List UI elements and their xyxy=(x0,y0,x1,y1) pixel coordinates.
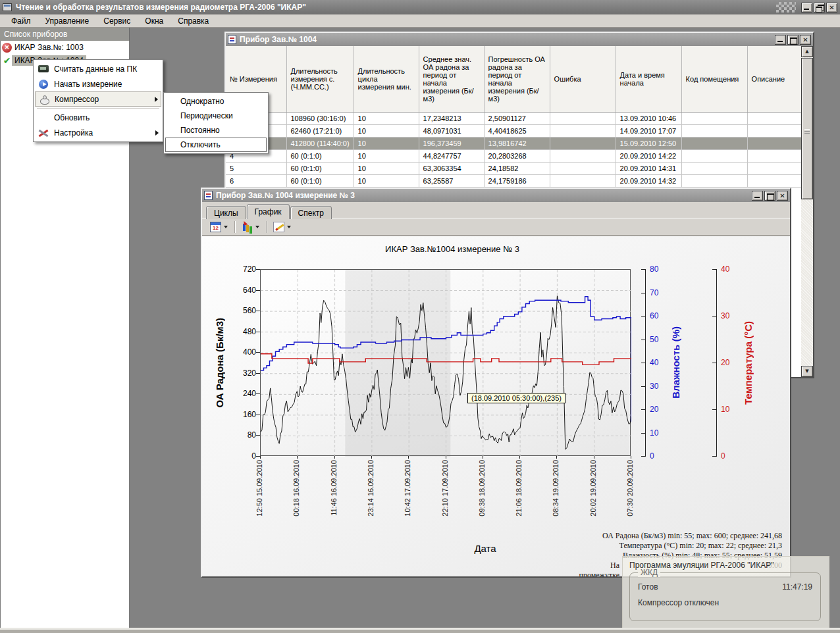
menubar-item-1[interactable]: Управление xyxy=(38,15,97,27)
context-menu-item[interactable]: Компрессор xyxy=(35,91,161,107)
y-axis-tick-mark xyxy=(256,373,260,374)
main-title: Чтение и обработка результатов измерения… xyxy=(16,3,306,12)
chart-title: ИКАР Зав.№1004 измерение № 3 xyxy=(202,244,702,254)
y-axis-tick-label: 240 xyxy=(228,389,256,398)
column-header[interactable]: Код помещения xyxy=(681,46,747,112)
x-axis-tick-label-text: 23:14 16.09.2010 xyxy=(367,460,375,517)
table-cell: 48,0971031 xyxy=(419,124,484,137)
dropdown-arrow-icon[interactable] xyxy=(255,226,259,228)
table-cell: 14.09.2010 17:07 xyxy=(616,124,681,137)
compressor-submenu: ОднократноПериодическиПостоянноОтключить xyxy=(163,92,269,154)
table-row[interactable]: 460 (0:1:0)1044,824775720,280326820.09.2… xyxy=(226,149,802,162)
y-axis-tick-label: 160 xyxy=(228,410,256,419)
app-window: Чтение и обработка результатов измерения… xyxy=(0,0,840,633)
table-scrollbar[interactable]: ▲ ▼ xyxy=(801,46,813,377)
table-cell: 20.09.2010 14:22 xyxy=(616,149,681,162)
column-header[interactable]: Описание xyxy=(747,46,802,112)
humidity-tick-mark xyxy=(641,316,645,316)
y-axis-tick-label: 0 xyxy=(228,451,256,461)
dropdown-arrow-icon[interactable] xyxy=(287,226,291,228)
x-axis-tick-mark xyxy=(446,456,446,459)
context-menu-item[interactable]: Настройка xyxy=(35,125,161,140)
scroll-thumb[interactable] xyxy=(801,58,813,199)
chart-plot[interactable] xyxy=(260,269,631,456)
measurement-window: Прибор Зав.№ 1004 измерение № 3 ✕ ЦиклыГ… xyxy=(201,188,791,578)
table-row[interactable]: 660 (0:1:0)1063,2558724,175918620.09.201… xyxy=(226,174,802,187)
x-axis-tick-label-text: 07:30 20.09.2010 xyxy=(626,460,634,517)
error-status-icon xyxy=(2,43,12,53)
menubar-item-0[interactable]: Файл xyxy=(4,15,38,27)
column-header[interactable]: Ошибка xyxy=(550,46,616,112)
device-context-menu: Считать данные на ПКНачать измерениеКомп… xyxy=(33,59,163,142)
toolbar-button-edit[interactable] xyxy=(271,220,294,234)
table-cell xyxy=(550,162,616,174)
table-cell xyxy=(681,149,747,162)
measurement-maximize-button[interactable] xyxy=(764,191,775,201)
table-row[interactable]: 1108960 (30:16:0)1017,23482132,509011271… xyxy=(226,112,802,124)
temperature-tick-mark xyxy=(712,269,716,270)
column-header[interactable]: Среднее знач. ОА радона за период от нач… xyxy=(419,46,484,112)
table-cell xyxy=(681,124,747,137)
submenu-item[interactable]: Однократно xyxy=(165,94,267,109)
measurements-table: № ИзмеренияДлительность измерения с. (Ч.… xyxy=(226,46,803,188)
table-cell xyxy=(747,149,802,162)
device-close-button[interactable]: ✕ xyxy=(800,35,811,45)
column-header[interactable]: Дата и время начала xyxy=(616,46,681,112)
toolbar-button-calendar[interactable] xyxy=(207,220,230,234)
column-header[interactable]: Длительность цикла измерения мин. xyxy=(354,46,419,112)
x-axis-tick-label: 10:42 17.09.2010 xyxy=(404,460,413,539)
context-menu-item[interactable]: Начать измерение xyxy=(35,76,161,91)
device-maximize-button[interactable] xyxy=(787,35,799,45)
temperature-tick-mark xyxy=(712,409,716,410)
minimize-button[interactable] xyxy=(801,3,812,13)
table-cell: 10 xyxy=(354,112,419,124)
table-cell xyxy=(681,112,747,124)
tab-график[interactable]: График xyxy=(247,204,290,219)
humidity-tick-mark xyxy=(641,433,645,434)
tab-спектр[interactable]: Спектр xyxy=(290,206,332,219)
table-cell: 44,8247757 xyxy=(419,149,484,162)
measurement-close-button[interactable]: ✕ xyxy=(777,191,788,201)
table-cell: 10 xyxy=(354,149,419,162)
table-row[interactable]: 560 (0:1:0)1063,306335424,1858220.09.201… xyxy=(226,162,802,174)
tab-циклы[interactable]: Циклы xyxy=(206,206,246,219)
menubar-item-4[interactable]: Справка xyxy=(171,15,216,27)
main-titlebar[interactable]: Чтение и обработка результатов измерения… xyxy=(0,0,840,14)
context-menu-item[interactable]: Считать данные на ПК xyxy=(35,61,161,76)
device-window-titlebar[interactable]: Прибор Зав.№ 1004 ✕ xyxy=(226,33,813,46)
dropdown-arrow-icon[interactable] xyxy=(224,226,228,228)
column-header[interactable]: Длительность измерения с. (Ч.ММ.СС.) xyxy=(286,46,354,112)
restore-button[interactable] xyxy=(814,3,825,13)
submenu-item[interactable]: Постоянно xyxy=(165,123,267,138)
table-cell: 15.09.2010 12:50 xyxy=(616,137,681,149)
column-header[interactable]: Погрешность ОА радона за период от начал… xyxy=(484,46,550,112)
device-item[interactable]: ИКАР Зав.№: 1003 xyxy=(1,41,129,54)
table-cell: 20.09.2010 14:31 xyxy=(616,162,681,174)
submenu-item[interactable]: Отключить xyxy=(165,138,267,152)
table-header-row: № ИзмеренияДлительность измерения с. (Ч.… xyxy=(226,46,802,112)
menubar-item-2[interactable]: Сервис xyxy=(96,15,138,27)
table-cell xyxy=(550,137,616,149)
scroll-up-button[interactable]: ▲ xyxy=(801,46,813,57)
close-button[interactable]: ✕ xyxy=(826,3,837,13)
scroll-down-button[interactable]: ▼ xyxy=(801,366,813,377)
selection-band xyxy=(345,270,450,457)
device-minimize-button[interactable] xyxy=(775,35,786,45)
x-axis-tick-mark xyxy=(631,456,631,459)
table-row[interactable]: 3412800 (114:40:0)10196,37345913,9816742… xyxy=(226,137,802,149)
context-menu-item[interactable]: Обновить xyxy=(35,110,161,125)
menubar-item-3[interactable]: Окна xyxy=(138,15,171,27)
measurement-window-titlebar[interactable]: Прибор Зав.№ 1004 измерение № 3 ✕ xyxy=(202,189,790,202)
ok-status-icon xyxy=(2,56,12,66)
device-window-title: Прибор Зав.№ 1004 xyxy=(240,35,774,44)
table-row[interactable]: 262460 (17:21:0)1048,09710314,4041862514… xyxy=(226,124,802,137)
submenu-item[interactable]: Периодически xyxy=(165,109,267,123)
toolbar-button-export[interactable] xyxy=(239,220,262,234)
table-cell: 108960 (30:16:0) xyxy=(286,112,354,124)
measurement-minimize-button[interactable] xyxy=(752,191,763,201)
x-axis-tick-label-text: 08:34 19.09.2010 xyxy=(552,460,560,517)
table-cell xyxy=(550,149,616,162)
titlebar-grip xyxy=(776,2,796,13)
table-cell xyxy=(550,174,616,187)
table-cell xyxy=(550,112,616,124)
